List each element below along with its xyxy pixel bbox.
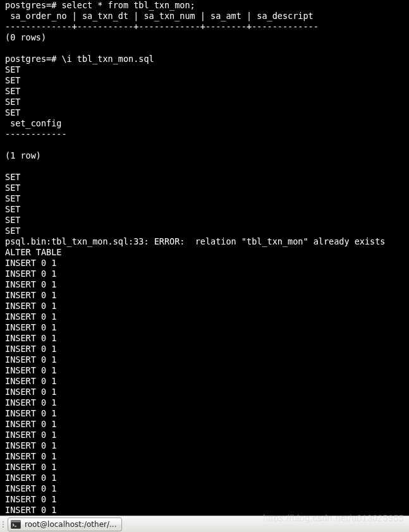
terminal-line: ------------	[5, 129, 404, 140]
terminal-line: set_config	[5, 118, 404, 129]
terminal-line: INSERT 0 1	[5, 483, 404, 494]
terminal-line: INSERT 0 1	[5, 279, 404, 290]
taskbar-button-label: root@localhost:/other/...	[25, 520, 116, 529]
terminal-line: SET	[5, 86, 404, 97]
svg-rect-1	[11, 520, 21, 522]
terminal-line: ALTER TABLE	[5, 247, 404, 258]
terminal-line: INSERT 0 1	[5, 290, 404, 301]
terminal-line: SET	[5, 64, 404, 75]
terminal-line: INSERT 0 1	[5, 344, 404, 354]
terminal-line: (0 rows)	[5, 32, 404, 43]
terminal-line: INSERT 0 1	[5, 462, 404, 473]
terminal-line	[5, 161, 404, 172]
terminal-line: SET	[5, 75, 404, 86]
terminal-line: INSERT 0 1	[5, 397, 404, 408]
terminal-output[interactable]: postgres=# select * from tbl_txn_mon; sa…	[0, 0, 409, 516]
terminal-line: INSERT 0 1	[5, 408, 404, 419]
taskbar-grip-icon	[1, 518, 6, 531]
taskbar-terminal-button[interactable]: root@localhost:/other/...	[8, 517, 122, 531]
terminal-line: INSERT 0 1	[5, 269, 404, 279]
taskbar: root@localhost:/other/...	[0, 516, 409, 532]
terminal-line: SET	[5, 172, 404, 183]
terminal-line: -------------+-----------+------------+-…	[5, 21, 404, 32]
terminal-line: INSERT 0 1	[5, 505, 404, 516]
terminal-line: SET	[5, 226, 404, 236]
terminal-line: INSERT 0 1	[5, 311, 404, 322]
terminal-line	[5, 140, 404, 150]
terminal-line: INSERT 0 1	[5, 419, 404, 430]
terminal-line: (1 row)	[5, 150, 404, 161]
terminal-line: postgres=# \i tbl_txn_mon.sql	[5, 54, 404, 64]
terminal-line: INSERT 0 1	[5, 494, 404, 505]
terminal-line	[5, 43, 404, 54]
terminal-line: INSERT 0 1	[5, 333, 404, 344]
terminal-icon	[11, 519, 21, 529]
terminal-line: SET	[5, 107, 404, 118]
terminal-line: postgres=# select * from tbl_txn_mon;	[5, 0, 404, 11]
terminal-line: SET	[5, 97, 404, 107]
terminal-line: SET	[5, 215, 404, 226]
terminal-line: INSERT 0 1	[5, 451, 404, 462]
terminal-line: INSERT 0 1	[5, 354, 404, 365]
terminal-line: INSERT 0 1	[5, 365, 404, 376]
terminal-line: SET	[5, 204, 404, 215]
terminal-line: sa_order_no | sa_txn_dt | sa_txn_num | s…	[5, 11, 404, 21]
terminal-line: SET	[5, 183, 404, 193]
terminal-line: INSERT 0 1	[5, 473, 404, 483]
terminal-line: INSERT 0 1	[5, 258, 404, 269]
terminal-line: INSERT 0 1	[5, 440, 404, 451]
terminal-line: INSERT 0 1	[5, 430, 404, 440]
terminal-line: INSERT 0 1	[5, 376, 404, 387]
terminal-line: INSERT 0 1	[5, 322, 404, 333]
terminal-line: SET	[5, 193, 404, 204]
terminal-line: psql.bin:tbl_txn_mon.sql:33: ERROR: rela…	[5, 236, 404, 247]
terminal-line: INSERT 0 1	[5, 387, 404, 397]
terminal-line: INSERT 0 1	[5, 301, 404, 311]
